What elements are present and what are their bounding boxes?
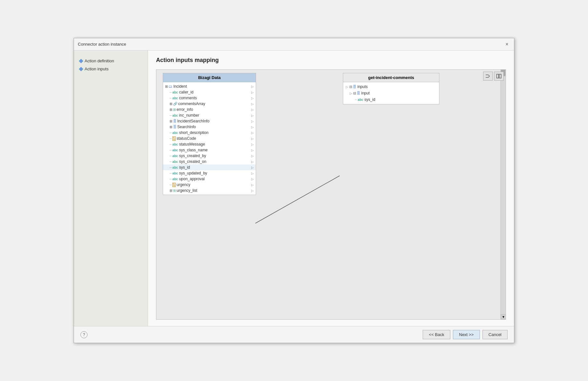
right-tree-row-sys-id[interactable]: ─ abc sys_id	[343, 96, 439, 103]
arrow-icon: ▷	[251, 120, 254, 123]
layout-icon-button[interactable]	[494, 72, 504, 81]
tree-label: caller_id	[179, 90, 194, 94]
expand-icon[interactable]: ⊞	[165, 84, 168, 89]
dash-icon: ─	[170, 148, 172, 152]
tree-label: sys_updated_by	[179, 171, 207, 175]
tree-label: sys_created_by	[179, 154, 206, 158]
vertical-scrollbar[interactable]: ▲ ▼	[501, 70, 506, 319]
expand-icon[interactable]: ⊟	[349, 85, 352, 89]
arrow-icon: ▷	[251, 137, 254, 140]
dialog-body: Action definition Action inputs Action i…	[74, 50, 514, 326]
tree-label: urgency	[177, 182, 190, 187]
tree-label: sys_class_name	[179, 148, 208, 152]
left-panel-body: ⊞ 🗂 Incident ▷ ─ abc caller_id ▷	[163, 82, 256, 195]
dash-icon: ─	[170, 166, 172, 169]
tree-label: inc_number	[179, 113, 199, 118]
tree-row[interactable]: ⊞ ⊞ urgency_list ▷	[163, 188, 256, 193]
mapping-icon-button[interactable]	[483, 72, 493, 81]
obj-icon: 🗄	[173, 125, 177, 129]
arrow-left-icon: ▷	[350, 92, 352, 95]
arrow-icon: ▷	[251, 85, 254, 88]
arrow-icon: ▷	[251, 166, 254, 169]
dialog-title: Connector action instance	[78, 42, 126, 47]
arrow-icon: ▷	[251, 143, 254, 146]
expand-icon[interactable]: ⊞	[170, 189, 172, 193]
tree-row[interactable]: ─ abc comments ▷	[163, 95, 256, 101]
tree-row[interactable]: ⊞ ⊞ error_info ▷	[163, 107, 256, 112]
title-bar: Connector action instance ×	[74, 38, 514, 50]
sidebar-item-action-definition[interactable]: Action definition	[79, 57, 143, 65]
right-tree-row-input[interactable]: ▷ ⊟ 🗄 input	[343, 90, 439, 96]
arrow-icon: ▷	[251, 183, 254, 187]
tree-row[interactable]: ⊞ 🗂 Incident ▷	[163, 84, 256, 89]
left-panel-header: Bizagi Data	[163, 73, 256, 82]
expand-icon[interactable]: ⊞	[170, 125, 172, 129]
tree-label: comments	[179, 96, 197, 100]
svg-rect-5	[499, 74, 501, 78]
folder-icon: 🗄	[353, 85, 356, 89]
footer: ? << Back Next >> Cancel	[74, 326, 514, 343]
tree-row[interactable]: ─ abc sys_updated_by ▷	[163, 170, 256, 176]
sidebar-item-label: Action definition	[85, 58, 114, 63]
arrow-icon: ▷	[251, 114, 254, 117]
abc-icon: abc	[172, 177, 178, 181]
abc-icon: abc	[172, 91, 178, 94]
diamond-icon	[79, 58, 83, 63]
tree-row[interactable]: ─ 1 urgency ▷	[163, 182, 256, 188]
table-icon: ⊞	[173, 108, 176, 112]
left-tree-panel: Bizagi Data ⊞ 🗂 Incident ▷ ─ abc	[163, 73, 256, 195]
right-panel-body: ▷ ⊟ 🗄 inputs ▷ ⊟ 🗄 input	[343, 82, 439, 104]
abc-icon: abc	[172, 166, 178, 169]
tree-row[interactable]: ─ abc statusMessage ▷	[163, 141, 256, 147]
expand-icon[interactable]: ⊟	[353, 91, 356, 95]
toolbar	[483, 72, 504, 81]
arrow-left-icon: ▷	[346, 85, 348, 89]
dash-icon: ─	[170, 131, 172, 135]
arrow-icon: ▷	[251, 91, 254, 94]
scroll-down-button[interactable]: ▼	[501, 314, 506, 319]
dialog: Connector action instance × Action defin…	[74, 38, 514, 343]
close-button[interactable]: ×	[504, 41, 510, 48]
expand-icon[interactable]: ⊞	[170, 102, 172, 106]
sidebar-item-action-inputs[interactable]: Action inputs	[79, 65, 143, 73]
tree-row[interactable]: ⊞ 🔗 commentsArray ▷	[163, 101, 256, 107]
tree-row[interactable]: ─ abc caller_id ▷	[163, 89, 256, 95]
tree-label: commentsArray	[178, 102, 205, 106]
tree-label: sys_id	[179, 165, 190, 170]
expand-icon[interactable]: ⊞	[170, 108, 172, 112]
footer-left: ?	[80, 331, 87, 338]
right-panel-header: get-incident-comments	[343, 73, 439, 82]
dash-icon: ─	[170, 183, 172, 187]
abc-icon: abc	[172, 160, 178, 164]
folder-icon: 🔗	[173, 102, 178, 106]
back-button[interactable]: << Back	[423, 330, 450, 339]
tree-row[interactable]: ─ abc sys_created_by ▷	[163, 153, 256, 159]
tree-label: urgency_list	[177, 188, 197, 193]
int-icon: 1	[172, 137, 176, 141]
tree-row[interactable]: ─ abc upon_approval ▷	[163, 176, 256, 182]
tree-row[interactable]: ─ abc inc_number ▷	[163, 112, 256, 118]
arrow-icon: ▷	[251, 108, 254, 111]
cancel-button[interactable]: Cancel	[482, 330, 508, 339]
tree-row-sys-id[interactable]: ─ abc sys_id ▷	[163, 164, 256, 170]
main-content: Action inputs mapping	[148, 50, 514, 326]
expand-icon[interactable]: ⊞	[170, 119, 172, 123]
arrow-icon: ▷	[251, 148, 254, 152]
tree-row[interactable]: ─ 1 statusCode ▷	[163, 136, 256, 141]
tree-row[interactable]: ─ abc sys_created_on ▷	[163, 159, 256, 164]
arrow-icon: ▷	[251, 154, 254, 158]
dash-icon: ─	[170, 114, 172, 117]
right-tree-row-inputs[interactable]: ▷ ⊟ 🗄 inputs	[343, 84, 439, 90]
tree-row[interactable]: ─ abc sys_class_name ▷	[163, 147, 256, 153]
abc-icon: abc	[172, 96, 178, 100]
int-icon: 1	[172, 183, 176, 187]
tree-row[interactable]: ─ abc short_description ▷	[163, 130, 256, 136]
next-button[interactable]: Next >>	[453, 330, 480, 339]
tree-label: IncidentSearchInfo	[177, 119, 209, 123]
sidebar: Action definition Action inputs	[74, 50, 148, 326]
tree-row[interactable]: ⊞ 🗄 SearchInfo ▷	[163, 124, 256, 130]
tree-row[interactable]: ⊞ 🗄 IncidentSearchInfo ▷	[163, 118, 256, 124]
svg-rect-4	[497, 74, 499, 78]
help-button[interactable]: ?	[80, 331, 87, 338]
svg-line-3	[488, 76, 490, 77]
